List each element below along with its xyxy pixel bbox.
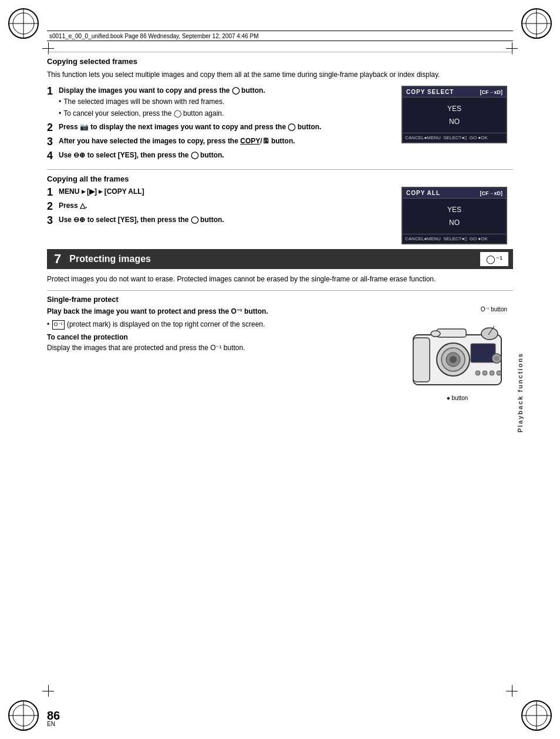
step-1: 1 Display the images you want to copy an… [47,86,394,119]
page-num-text: 86 [47,709,60,722]
to-cancel-heading: To cancel the protection [47,333,394,341]
single-frame-layout: Play back the image you want to protect … [47,306,513,401]
step-all-3: 3 Use ⊖⊕ to select [YES], then press the… [47,215,394,226]
step-2-num: 2 [47,122,55,133]
step-2: 2 Press 📷 to display the next images you… [47,122,394,133]
copy-selected-layout: 1 Display the images you want to copy an… [47,86,513,164]
svg-point-25 [431,331,440,337]
step-all-1-num: 1 [47,187,55,197]
step-4: 4 Use ⊖⊕ to select [YES], then press the… [47,150,394,161]
svg-point-27 [483,371,487,375]
corner-decoration-br [519,698,554,733]
step-all-2-text: Press △. [59,201,87,211]
copy-selected-steps: 1 Display the images you want to copy an… [47,86,394,164]
screen-body-1: YES NO [403,98,506,133]
corner-decoration-tl [6,6,41,41]
svg-point-32 [494,355,500,361]
screen-footer-2: CANCEL●MENU SELECT●▯ GO ●OK [403,234,506,243]
section7-title: Protecting images [69,254,480,264]
step-4-text: Use ⊖⊕ to select [YES], then press the ◯… [59,150,224,160]
screen-title-1: COPY SELECT [406,89,454,95]
svg-point-29 [497,371,501,375]
section7-icon: ◯⁻¹ [480,252,508,266]
screen-footer-text-1: CANCEL●MENU SELECT●▯ GO ●OK [405,135,488,140]
screen-option-no-2: NO [403,216,506,229]
camera-sketch [407,317,507,394]
single-frame-steps: Play back the image you want to protect … [47,306,394,401]
copy-selected-heading: Copying selected frames [47,57,513,66]
protect-mark-icon: O⁻¹ [52,320,65,330]
step-all-3-text: Use ⊖⊕ to select [YES], then press the ◯… [59,215,224,225]
step-all-2: 2 Press △. [47,201,394,211]
step-3: 3 After you have selected the images to … [47,136,394,147]
camera-image-area: O⁻ˡ button [402,306,513,401]
corner-decoration-tr [519,6,554,41]
screen-option-yes-2: YES [403,203,506,216]
single-frame-heading: Single-frame protect [47,295,513,304]
page-num-sub: EN [47,721,60,727]
svg-point-28 [490,371,494,375]
screen-title-2: COPY ALL [406,190,440,196]
svg-point-23 [481,328,498,340]
screen-option-yes-1: YES [403,102,506,115]
header-bar: s0011_e_00_0_unified.book Page 86 Wednes… [47,31,513,41]
svg-rect-22 [437,329,466,337]
copy-all-screen: COPY ALL [CF→xD] YES NO CANCEL●MENU SELE… [402,187,513,244]
protect-bullet: • O⁻¹ (protect mark) is displayed on the… [47,319,394,330]
step-1-num: 1 [47,86,55,96]
corner-decoration-bl [6,698,41,733]
screen-footer-text-2: CANCEL●MENU SELECT●▯ GO ●OK [405,236,488,241]
step-all-1: 1 MENU ▸ [▶] ▸ [COPY ALL] [47,187,394,197]
section7-intro: Protect images you do not want to erase.… [47,274,513,284]
section7-header: 7 Protecting images ◯⁻¹ [47,249,513,269]
camera-image-col: O⁻ˡ button [402,306,513,401]
step-4-num: 4 [47,150,55,161]
screen-footer-1: CANCEL●MENU SELECT●▯ GO ●OK [403,133,506,142]
step-1-bullet-2: To cancel your selection, press the ◯ bu… [59,109,265,119]
svg-rect-17 [413,338,430,382]
screen-title-bar-1: COPY SELECT [CF→xD] [403,87,506,98]
screen-option-no-1: NO [403,115,506,128]
copy-select-screen: COPY SELECT [CF→xD] YES NO CANCEL●MENU S… [402,86,513,164]
step-1-bullet-1: The selected images will be shown with r… [59,97,265,107]
copy-selected-intro: This function lets you select multiple i… [47,69,513,80]
screen-title-bar-2: COPY ALL [CF→xD] [403,188,506,199]
playback-label: Playback functions [517,352,524,432]
circle-button-label: ● button [447,395,468,401]
header-text: s0011_e_00_0_unified.book Page 86 Wednes… [49,33,259,39]
step-all-1-text: MENU ▸ [▶] ▸ [COPY ALL] [59,187,144,197]
copy-all-heading: Copying all the frames [47,174,513,183]
svg-point-21 [450,356,457,363]
step-1-text: Display the images you want to copy and … [59,86,265,119]
copy-all-layout: 1 MENU ▸ [▶] ▸ [COPY ALL] 2 Press △. 3 U… [47,187,513,244]
step-3-num: 3 [47,136,55,147]
copy-all-steps: 1 MENU ▸ [▶] ▸ [COPY ALL] 2 Press △. 3 U… [47,187,394,244]
camera-screen-copy-all: COPY ALL [CF→xD] YES NO CANCEL●MENU SELE… [402,187,507,244]
step-2-text: Press 📷 to display the next images you w… [59,122,321,132]
screen-subtitle-2: [CF→xD] [480,190,503,196]
step-all-2-num: 2 [47,201,55,211]
step-all-3-num: 3 [47,215,55,226]
page-number: 86 EN [47,710,60,727]
step-3-text: After you have selected the images to co… [59,136,295,146]
main-content: Copying selected frames This function le… [47,47,513,692]
svg-point-26 [475,371,480,375]
play-instruction: Play back the image you want to protect … [47,306,394,317]
screen-subtitle-1: [CF→xD] [480,89,503,95]
cancel-text: Display the images that are protected an… [47,342,394,353]
o-button-label: O⁻ˡ button [481,306,507,313]
camera-screen-copy-select: COPY SELECT [CF→xD] YES NO CANCEL●MENU S… [402,86,507,143]
screen-body-2: YES NO [403,199,506,234]
section7-num: 7 [52,251,63,267]
